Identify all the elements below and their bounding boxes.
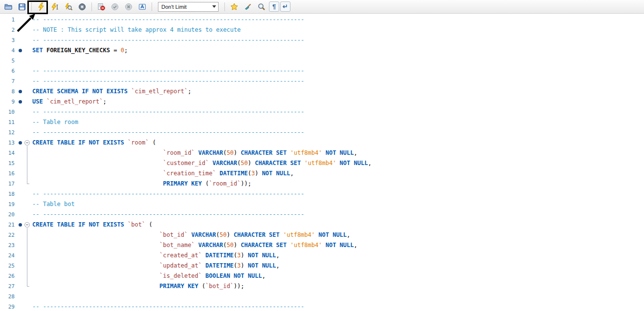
code-token: ( (202, 180, 209, 187)
code-text: USE `cim_etl_report`; (30, 97, 107, 107)
code-lines: 1-- ------------------------------------… (0, 15, 644, 311)
code-line[interactable]: 4SET FOREIGN_KEY_CHECKS = 0; (0, 45, 644, 56)
limit-dropdown[interactable]: Don't Limit (158, 2, 219, 12)
find-button[interactable] (255, 1, 268, 12)
code-token: 50 (226, 149, 233, 156)
code-line[interactable]: 21CREATE TABLE IF NOT EXISTS `bot` ( (0, 220, 644, 230)
code-line[interactable]: 28 (0, 291, 644, 302)
code-token: `room` (128, 139, 149, 146)
line-number: 21 (0, 220, 17, 230)
toggle-stop-on-error-button[interactable] (95, 1, 108, 12)
open-script-icon (4, 3, 12, 11)
fold-toggle-icon[interactable] (24, 222, 30, 228)
code-line[interactable]: 3-- ------------------------------------… (0, 35, 644, 45)
code-token: , (354, 149, 357, 156)
code-line[interactable]: 23 `bot_name` VARCHAR(50) CHARACTER SET … (0, 240, 644, 250)
code-line[interactable]: 27 PRIMARY KEY (`bot_id`)); (0, 281, 644, 291)
code-line[interactable]: 5 (0, 56, 644, 66)
execute-current-statement-icon (51, 3, 59, 11)
code-token: SET (32, 47, 43, 54)
wrap-text-button[interactable]: ↵ (280, 1, 290, 12)
code-token: `bot_id` (205, 283, 234, 290)
code-token (336, 160, 339, 166)
code-text: `customer_id` VARCHAR(50) CHARACTER SET … (30, 158, 372, 168)
beautify-button[interactable] (242, 1, 254, 12)
line-number: 20 (0, 209, 17, 220)
stop-button[interactable] (76, 1, 89, 12)
code-line[interactable]: 14 `room_id` VARCHAR(50) CHARACTER SET '… (0, 148, 644, 158)
sql-editor[interactable]: 1-- ------------------------------------… (0, 14, 644, 311)
code-line[interactable]: 9USE `cim_etl_report`; (0, 97, 644, 107)
code-line[interactable]: 2-- NOTE : This script will take approx … (0, 25, 644, 35)
code-text (30, 56, 32, 66)
code-line[interactable]: 26 `is_deleted` BOOLEAN NOT NULL, (0, 271, 644, 281)
code-token (216, 170, 220, 177)
code-line[interactable]: 7-- ------------------------------------… (0, 76, 644, 86)
code-line[interactable]: 22 `bot_id` VARCHAR(50) CHARACTER SET 'u… (0, 230, 644, 240)
line-number: 3 (0, 35, 17, 45)
statement-marker (19, 100, 22, 104)
execute-current-statement-button[interactable] (48, 1, 61, 12)
code-line[interactable]: 1-- ------------------------------------… (0, 15, 644, 25)
code-token (280, 231, 283, 238)
commit-button[interactable] (109, 1, 121, 12)
code-line[interactable]: 29-- -----------------------------------… (0, 302, 644, 311)
code-token: NOT NULL (234, 272, 262, 279)
code-line[interactable]: 16 `creation_time` DATETIME(3) NOT NULL, (0, 168, 644, 179)
code-token (124, 139, 128, 146)
code-token: `customer_id` (163, 160, 209, 166)
line-number: 16 (0, 168, 17, 179)
code-line[interactable]: 8CREATE SCHEMA IF NOT EXISTS `cim_etl_re… (0, 86, 644, 97)
code-token: , (276, 252, 280, 259)
code-line[interactable]: 19-- Table bot (0, 199, 644, 209)
code-line[interactable]: 6-- ------------------------------------… (0, 66, 644, 76)
open-script-button[interactable] (2, 1, 15, 12)
code-line[interactable]: 18-- -----------------------------------… (0, 189, 644, 199)
code-text: CREATE SCHEMA IF NOT EXISTS `cim_etl_rep… (30, 86, 191, 97)
code-line[interactable]: 24 `created_at` DATETIME(3) NOT NULL, (0, 250, 644, 261)
code-line[interactable]: 13CREATE TABLE IF NOT EXISTS `room` ( (0, 138, 644, 148)
code-token: VARCHAR (199, 242, 223, 249)
code-token (124, 221, 128, 228)
code-text: -- -------------------------------------… (30, 15, 304, 25)
explain-button[interactable] (62, 1, 75, 12)
code-text: CREATE TABLE IF NOT EXISTS `room` ( (30, 138, 156, 148)
code-token: `created_at` (159, 252, 202, 259)
line-number: 24 (0, 250, 17, 261)
line-number: 29 (0, 302, 17, 311)
line-number: 15 (0, 158, 17, 168)
code-text: -- -------------------------------------… (30, 66, 304, 76)
line-number: 25 (0, 261, 17, 271)
code-line[interactable]: 12-- -----------------------------------… (0, 127, 644, 138)
line-number: 27 (0, 281, 17, 291)
code-token: CREATE SCHEMA IF NOT EXISTS (32, 88, 128, 95)
code-token (230, 272, 234, 279)
toggle-autocommit-button[interactable] (136, 1, 149, 12)
line-number: 8 (0, 86, 17, 97)
code-token: PRIMARY KEY (159, 283, 198, 290)
statement-marker (19, 223, 22, 227)
rollback-button[interactable] (122, 1, 135, 12)
execute-button[interactable] (35, 1, 47, 12)
code-token: DATETIME (205, 252, 234, 259)
code-line[interactable]: 17 PRIMARY KEY (`room_id`)); (0, 179, 644, 189)
code-text: -- -------------------------------------… (30, 189, 304, 199)
save-snippet-button[interactable] (228, 1, 241, 12)
line-number: 10 (0, 107, 17, 117)
code-token: 50 (226, 242, 233, 249)
save-script-button[interactable] (16, 1, 28, 12)
code-text: -- -------------------------------------… (30, 302, 304, 311)
code-line[interactable]: 20-- -----------------------------------… (0, 209, 644, 220)
code-line[interactable]: 15 `customer_id` VARCHAR(50) CHARACTER S… (0, 158, 644, 168)
line-number: 28 (0, 291, 17, 302)
code-token: , (276, 262, 280, 269)
code-token: ( (234, 262, 237, 269)
invisible-characters-button[interactable]: ¶ (269, 1, 279, 12)
fold-toggle-icon[interactable] (24, 140, 30, 145)
rollback-icon (125, 3, 133, 11)
code-line[interactable]: 25 `updated_at` DATETIME(3) NOT NULL, (0, 261, 644, 271)
code-line[interactable]: 10-- -----------------------------------… (0, 107, 644, 117)
code-line[interactable]: 11-- Table room (0, 117, 644, 127)
code-token: ( (216, 231, 220, 238)
line-number: 9 (0, 97, 17, 107)
